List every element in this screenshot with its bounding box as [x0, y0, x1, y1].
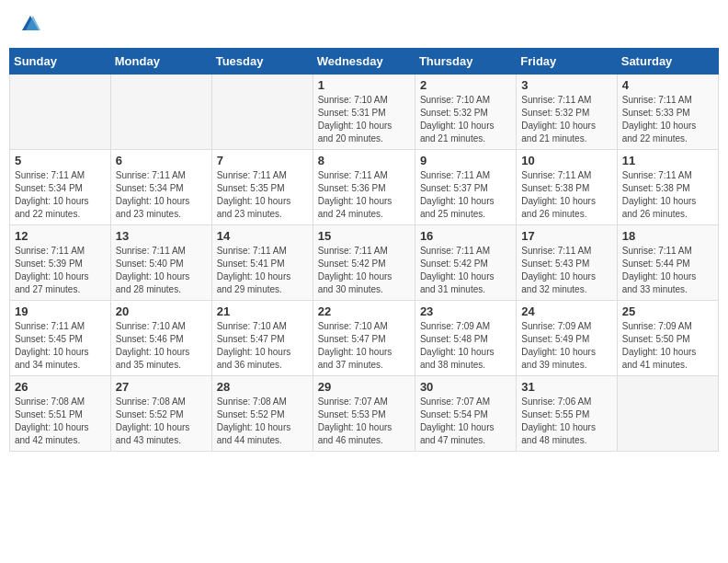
- day-number: 31: [521, 380, 611, 394]
- calendar-cell: 23Sunrise: 7:09 AM Sunset: 5:48 PM Dayli…: [415, 301, 516, 376]
- day-number: 28: [217, 380, 308, 394]
- day-info: Sunrise: 7:11 AM Sunset: 5:35 PM Dayligh…: [217, 169, 308, 221]
- calendar-cell: 25Sunrise: 7:09 AM Sunset: 5:50 PM Dayli…: [617, 301, 718, 376]
- day-info: Sunrise: 7:09 AM Sunset: 5:48 PM Dayligh…: [420, 320, 511, 372]
- page-header: [9, 9, 719, 39]
- day-info: Sunrise: 7:11 AM Sunset: 5:41 PM Dayligh…: [217, 245, 308, 296]
- day-info: Sunrise: 7:10 AM Sunset: 5:47 PM Dayligh…: [318, 320, 410, 372]
- day-info: Sunrise: 7:08 AM Sunset: 5:52 PM Dayligh…: [217, 396, 308, 447]
- day-of-week-header: Wednesday: [313, 49, 415, 75]
- calendar-cell: 4Sunrise: 7:11 AM Sunset: 5:33 PM Daylig…: [617, 75, 718, 150]
- day-info: Sunrise: 7:11 AM Sunset: 5:39 PM Dayligh…: [15, 245, 106, 296]
- day-info: Sunrise: 7:11 AM Sunset: 5:34 PM Dayligh…: [116, 169, 207, 221]
- day-info: Sunrise: 7:08 AM Sunset: 5:51 PM Dayligh…: [15, 396, 106, 447]
- day-number: 3: [521, 78, 611, 92]
- day-number: 18: [622, 229, 713, 243]
- calendar-cell: 14Sunrise: 7:11 AM Sunset: 5:41 PM Dayli…: [211, 225, 313, 301]
- day-number: 7: [217, 154, 308, 167]
- day-info: Sunrise: 7:11 AM Sunset: 5:40 PM Dayligh…: [116, 245, 207, 296]
- calendar-week-row: 26Sunrise: 7:08 AM Sunset: 5:51 PM Dayli…: [10, 376, 719, 452]
- calendar-cell: 5Sunrise: 7:11 AM Sunset: 5:34 PM Daylig…: [10, 150, 111, 225]
- day-of-week-header: Thursday: [415, 49, 516, 75]
- calendar-week-row: 5Sunrise: 7:11 AM Sunset: 5:34 PM Daylig…: [10, 150, 719, 225]
- calendar-cell: 6Sunrise: 7:11 AM Sunset: 5:34 PM Daylig…: [110, 150, 211, 225]
- day-of-week-header: Monday: [110, 49, 211, 75]
- calendar-cell: 9Sunrise: 7:11 AM Sunset: 5:37 PM Daylig…: [415, 150, 516, 225]
- day-info: Sunrise: 7:10 AM Sunset: 5:46 PM Dayligh…: [116, 320, 207, 372]
- day-info: Sunrise: 7:11 AM Sunset: 5:44 PM Dayligh…: [622, 245, 713, 296]
- day-info: Sunrise: 7:11 AM Sunset: 5:38 PM Dayligh…: [622, 169, 713, 221]
- calendar-week-row: 1Sunrise: 7:10 AM Sunset: 5:31 PM Daylig…: [10, 75, 719, 150]
- calendar-cell: 22Sunrise: 7:10 AM Sunset: 5:47 PM Dayli…: [313, 301, 415, 376]
- day-number: 19: [15, 304, 106, 318]
- day-number: 20: [116, 304, 207, 318]
- day-info: Sunrise: 7:07 AM Sunset: 5:54 PM Dayligh…: [420, 396, 511, 447]
- calendar-cell: 19Sunrise: 7:11 AM Sunset: 5:45 PM Dayli…: [10, 301, 111, 376]
- calendar-cell: 28Sunrise: 7:08 AM Sunset: 5:52 PM Dayli…: [211, 376, 313, 452]
- day-number: 11: [622, 154, 713, 167]
- calendar-header-row: SundayMondayTuesdayWednesdayThursdayFrid…: [10, 49, 719, 75]
- day-number: 9: [420, 154, 511, 167]
- day-number: 1: [318, 78, 410, 92]
- day-info: Sunrise: 7:11 AM Sunset: 5:33 PM Dayligh…: [622, 94, 713, 145]
- calendar-table: SundayMondayTuesdayWednesdayThursdayFrid…: [9, 48, 719, 452]
- day-number: 10: [521, 154, 611, 167]
- day-number: 23: [420, 304, 511, 318]
- day-number: 5: [15, 154, 106, 167]
- calendar-cell: [110, 75, 211, 150]
- day-number: 8: [318, 154, 410, 167]
- calendar-cell: 26Sunrise: 7:08 AM Sunset: 5:51 PM Dayli…: [10, 376, 111, 452]
- day-number: 12: [15, 229, 106, 243]
- calendar-cell: 29Sunrise: 7:07 AM Sunset: 5:53 PM Dayli…: [313, 376, 415, 452]
- day-number: 21: [217, 304, 308, 318]
- day-of-week-header: Friday: [517, 49, 617, 75]
- day-of-week-header: Saturday: [617, 49, 718, 75]
- calendar-cell: 30Sunrise: 7:07 AM Sunset: 5:54 PM Dayli…: [415, 376, 516, 452]
- day-info: Sunrise: 7:10 AM Sunset: 5:31 PM Dayligh…: [318, 94, 410, 145]
- day-info: Sunrise: 7:11 AM Sunset: 5:42 PM Dayligh…: [420, 245, 511, 296]
- calendar-cell: 10Sunrise: 7:11 AM Sunset: 5:38 PM Dayli…: [517, 150, 617, 225]
- calendar-cell: 2Sunrise: 7:10 AM Sunset: 5:32 PM Daylig…: [415, 75, 516, 150]
- day-info: Sunrise: 7:11 AM Sunset: 5:42 PM Dayligh…: [318, 245, 410, 296]
- day-info: Sunrise: 7:08 AM Sunset: 5:52 PM Dayligh…: [116, 396, 207, 447]
- calendar-cell: 27Sunrise: 7:08 AM Sunset: 5:52 PM Dayli…: [110, 376, 211, 452]
- calendar-cell: 11Sunrise: 7:11 AM Sunset: 5:38 PM Dayli…: [617, 150, 718, 225]
- day-number: 25: [622, 304, 713, 318]
- calendar-cell: 7Sunrise: 7:11 AM Sunset: 5:35 PM Daylig…: [211, 150, 313, 225]
- day-number: 27: [116, 380, 207, 394]
- calendar-week-row: 19Sunrise: 7:11 AM Sunset: 5:45 PM Dayli…: [10, 301, 719, 376]
- calendar-cell: 17Sunrise: 7:11 AM Sunset: 5:43 PM Dayli…: [517, 225, 617, 301]
- day-number: 26: [15, 380, 106, 394]
- calendar-week-row: 12Sunrise: 7:11 AM Sunset: 5:39 PM Dayli…: [10, 225, 719, 301]
- calendar-cell: [617, 376, 718, 452]
- calendar-cell: [211, 75, 313, 150]
- day-number: 4: [622, 78, 713, 92]
- day-number: 6: [116, 154, 207, 167]
- logo: [18, 14, 40, 34]
- calendar-cell: 24Sunrise: 7:09 AM Sunset: 5:49 PM Dayli…: [517, 301, 617, 376]
- day-number: 24: [521, 304, 611, 318]
- calendar-cell: 18Sunrise: 7:11 AM Sunset: 5:44 PM Dayli…: [617, 225, 718, 301]
- day-info: Sunrise: 7:10 AM Sunset: 5:32 PM Dayligh…: [420, 94, 511, 145]
- calendar-cell: 16Sunrise: 7:11 AM Sunset: 5:42 PM Dayli…: [415, 225, 516, 301]
- day-info: Sunrise: 7:11 AM Sunset: 5:37 PM Dayligh…: [420, 169, 511, 221]
- day-info: Sunrise: 7:11 AM Sunset: 5:38 PM Dayligh…: [521, 169, 611, 221]
- day-info: Sunrise: 7:06 AM Sunset: 5:55 PM Dayligh…: [521, 396, 611, 447]
- day-number: 22: [318, 304, 410, 318]
- day-number: 2: [420, 78, 511, 92]
- day-number: 16: [420, 229, 511, 243]
- day-info: Sunrise: 7:11 AM Sunset: 5:45 PM Dayligh…: [15, 320, 106, 372]
- calendar-cell: 3Sunrise: 7:11 AM Sunset: 5:32 PM Daylig…: [517, 75, 617, 150]
- calendar-cell: 13Sunrise: 7:11 AM Sunset: 5:40 PM Dayli…: [110, 225, 211, 301]
- calendar-cell: 1Sunrise: 7:10 AM Sunset: 5:31 PM Daylig…: [313, 75, 415, 150]
- logo-icon: [20, 14, 40, 34]
- day-info: Sunrise: 7:07 AM Sunset: 5:53 PM Dayligh…: [318, 396, 410, 447]
- day-number: 14: [217, 229, 308, 243]
- day-number: 15: [318, 229, 410, 243]
- day-number: 30: [420, 380, 511, 394]
- day-info: Sunrise: 7:11 AM Sunset: 5:36 PM Dayligh…: [318, 169, 410, 221]
- day-info: Sunrise: 7:11 AM Sunset: 5:34 PM Dayligh…: [15, 169, 106, 221]
- calendar-cell: 31Sunrise: 7:06 AM Sunset: 5:55 PM Dayli…: [517, 376, 617, 452]
- day-info: Sunrise: 7:09 AM Sunset: 5:49 PM Dayligh…: [521, 320, 611, 372]
- day-of-week-header: Sunday: [10, 49, 111, 75]
